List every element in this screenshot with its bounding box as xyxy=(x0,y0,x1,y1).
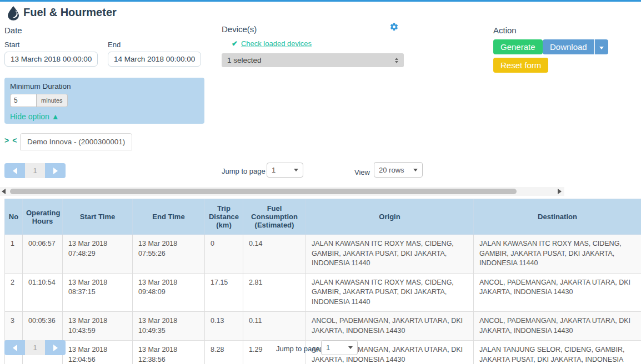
cell-fuel-consumption: 0.11 xyxy=(243,312,306,341)
table-header-row: No Operating Hours Start Time End Time T… xyxy=(5,199,641,235)
check-loaded-devices-link[interactable]: Check loaded devices xyxy=(241,39,312,48)
cell-no: 3 xyxy=(5,312,23,341)
col-header-operating-hours: Operating Hours xyxy=(23,199,63,235)
generate-button[interactable]: Generate xyxy=(493,39,543,54)
bottom-pagination: 1 xyxy=(4,340,66,355)
jump-to-page-value-top: 1 xyxy=(272,166,294,174)
table-row: 1 00:06:57 13 Mar 2018 07:48:29 13 Mar 2… xyxy=(5,235,641,274)
minutes-addon: minutes xyxy=(37,94,68,107)
prev-page-button[interactable] xyxy=(4,163,25,178)
current-page-number: 1 xyxy=(25,340,45,355)
view-rows-select[interactable]: 20 rows xyxy=(374,162,423,178)
jump-to-page-select-bottom[interactable]: 1 xyxy=(321,340,358,355)
cell-destination: ANCOL, PADEMANGAN, JAKARTA UTARA, DKI JA… xyxy=(474,312,641,341)
next-page-button[interactable] xyxy=(45,340,66,355)
table-row: 2 01:10:54 13 Mar 2018 08:37:15 13 Mar 2… xyxy=(5,273,641,312)
current-page-number: 1 xyxy=(25,163,45,178)
scrollbar-left-arrow-icon[interactable] xyxy=(2,189,6,194)
prev-arrow-icon xyxy=(13,168,17,174)
view-label: View xyxy=(354,168,370,176)
select-caret-icon xyxy=(348,346,353,349)
cell-origin: JALAN KAWASAN ITC ROXY MAS, CIDENG, GAMB… xyxy=(306,235,474,274)
caret-down-icon xyxy=(599,47,604,49)
date-section-label: Date xyxy=(4,26,22,35)
hide-option-link[interactable]: Hide option ▲ xyxy=(10,112,199,121)
col-header-destination: Destination xyxy=(474,199,641,235)
download-button[interactable]: Download xyxy=(543,39,594,54)
cell-trip-distance: 0 xyxy=(205,235,243,274)
minimum-duration-input-group: minutes xyxy=(10,94,199,107)
scrollbar-thumb[interactable] xyxy=(10,189,517,194)
cell-end-time: 13 Mar 2018 12:38:56 xyxy=(133,341,205,364)
cell-trip-distance: 0.13 xyxy=(205,312,243,341)
start-date-label: Start xyxy=(4,41,19,49)
reset-form-button[interactable]: Reset form xyxy=(493,58,548,73)
next-arrow-icon xyxy=(53,345,58,351)
tab-scroll-right-icon[interactable]: > xyxy=(4,136,12,145)
cell-start-time: 13 Mar 2018 07:48:29 xyxy=(63,235,133,274)
jump-to-page-label-bottom: Jump to page xyxy=(276,345,320,353)
cell-origin: ANCOL, PADEMANGAN, JAKARTA UTARA, DKI JA… xyxy=(306,312,474,341)
jump-to-page-value-bottom: 1 xyxy=(326,343,348,352)
minimum-duration-label: Minimum Duration xyxy=(10,82,199,90)
select-caret-icon xyxy=(413,169,418,171)
top-pagination: 1 xyxy=(4,163,66,178)
minimum-duration-panel: Minimum Duration minutes Hide option ▲ xyxy=(4,78,204,124)
settings-gear-icon[interactable] xyxy=(389,22,399,34)
fuel-hourmeter-page: Fuel & Hourmeter Date Start End Device(s… xyxy=(0,0,641,364)
prev-page-button[interactable] xyxy=(4,340,25,355)
cell-end-time: 13 Mar 2018 09:48:09 xyxy=(133,273,205,312)
jump-to-page-select-top[interactable]: 1 xyxy=(267,163,303,178)
cell-end-time: 13 Mar 2018 10:49:35 xyxy=(133,312,205,341)
download-split-button: Download xyxy=(543,39,608,54)
cell-start-time: 13 Mar 2018 12:04:56 xyxy=(63,341,133,364)
cell-trip-distance: 8.28 xyxy=(205,341,243,364)
cell-no: 1 xyxy=(5,235,23,274)
prev-arrow-icon xyxy=(13,345,17,351)
next-arrow-icon xyxy=(53,168,58,174)
col-header-origin: Origin xyxy=(306,199,474,235)
end-date-input[interactable] xyxy=(108,52,201,67)
cell-operating-hours: 00:05:36 xyxy=(23,312,63,341)
check-icon: ✔ xyxy=(232,39,238,48)
col-header-no: No xyxy=(5,199,23,235)
cell-start-time: 13 Mar 2018 10:43:59 xyxy=(63,312,133,341)
cell-fuel-consumption: 0.14 xyxy=(243,235,306,274)
cell-fuel-consumption: 2.81 xyxy=(243,273,306,312)
col-header-trip-distance: Trip Distance (km) xyxy=(205,199,243,235)
col-header-end-time: End Time xyxy=(133,199,205,235)
table-row: 3 00:05:36 13 Mar 2018 10:43:59 13 Mar 2… xyxy=(5,312,641,341)
check-loaded-devices[interactable]: ✔Check loaded devices xyxy=(232,38,312,48)
cell-destination: JALAN KAWASAN ITC ROXY MAS, CIDENG, GAMB… xyxy=(474,235,641,274)
select-caret-icon xyxy=(294,169,298,171)
start-date-input[interactable] xyxy=(4,52,98,67)
tab-scroll-left-icon[interactable]: < xyxy=(12,136,20,145)
download-dropdown-toggle[interactable] xyxy=(595,39,608,54)
col-header-fuel-consumption: Fuel Consumption (Estimated) xyxy=(243,199,306,235)
minimum-duration-input[interactable] xyxy=(10,94,37,107)
scrollbar-right-arrow-icon[interactable] xyxy=(558,189,562,194)
fuel-hourmeter-table: No Operating Hours Start Time End Time T… xyxy=(4,199,641,364)
cell-operating-hours: 01:10:54 xyxy=(23,273,63,312)
cell-destination: JALAN TANJUNG SELOR, CIDENG, GAMBIR, JAK… xyxy=(474,341,641,364)
device-select[interactable]: 1 selected xyxy=(222,53,404,67)
col-header-start-time: Start Time xyxy=(63,199,133,235)
tab-scroll-controls: >< xyxy=(4,136,20,145)
cell-operating-hours: 00:06:57 xyxy=(23,235,63,274)
page-title: Fuel & Hourmeter xyxy=(23,6,117,19)
action-section-label: Action xyxy=(493,26,517,35)
fuel-drop-icon xyxy=(8,6,19,23)
cell-origin: JALAN KAWASAN ITC ROXY MAS, CIDENG, GAMB… xyxy=(306,273,474,312)
next-page-button[interactable] xyxy=(45,163,66,178)
device-tab[interactable]: Demo Innova - (2000300001) xyxy=(20,133,132,150)
cell-destination: ANCOL, PADEMANGAN, JAKARTA UTARA, DKI JA… xyxy=(474,273,641,312)
select-updown-icon xyxy=(395,58,398,63)
horizontal-scrollbar[interactable] xyxy=(0,187,564,196)
view-rows-value: 20 rows xyxy=(379,166,413,174)
top-accent-bar xyxy=(0,0,641,2)
end-date-label: End xyxy=(108,41,121,49)
device-select-value: 1 selected xyxy=(227,56,395,64)
devices-section-label: Device(s) xyxy=(222,24,257,34)
jump-to-page-label-top: Jump to page xyxy=(222,167,266,175)
cell-trip-distance: 17.15 xyxy=(205,273,243,312)
